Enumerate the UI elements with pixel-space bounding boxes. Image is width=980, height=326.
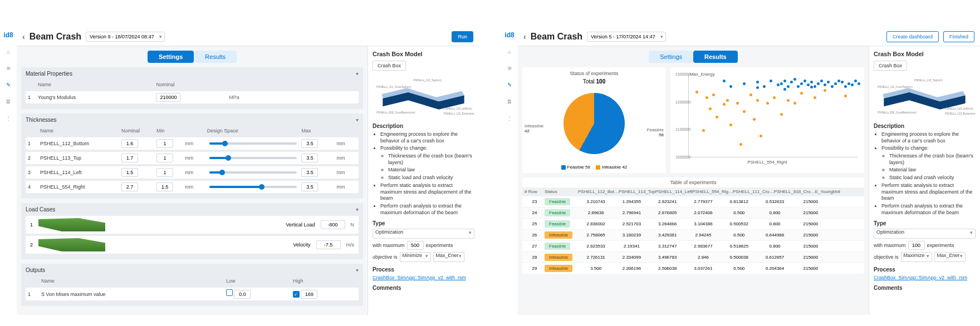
table-row[interactable]: 25 Feasible 2.8360022.5217033.2648663.10… xyxy=(522,218,864,229)
status-badge: Infeasible xyxy=(545,254,572,261)
table-row[interactable]: 26 Infeasible 2.7580653.1802393.4293812.… xyxy=(522,229,864,240)
scatter-point xyxy=(820,80,823,82)
scatter-point xyxy=(729,85,732,88)
cell-value: 2.846 xyxy=(685,255,721,260)
row-index: 24 xyxy=(525,210,545,215)
col-row[interactable]: # Row xyxy=(525,189,545,194)
cell-value: 0.532633 xyxy=(757,199,792,204)
feasible-label: Feasible xyxy=(647,127,664,132)
row-index: 3 xyxy=(28,170,38,175)
objective-target-select[interactable]: Max_Ener xyxy=(433,252,464,262)
table-row[interactable]: 27 Feasible 2.6235332.193413.3127472.983… xyxy=(522,240,864,251)
col-2[interactable]: PSHELL_114_Left xyxy=(655,189,692,194)
low-input[interactable] xyxy=(234,290,251,299)
col-3[interactable]: PSHELL_554_Rig… xyxy=(692,189,733,194)
scatter-point xyxy=(814,85,816,88)
slider[interactable] xyxy=(209,171,297,174)
nominal-input[interactable] xyxy=(121,182,138,191)
back-icon[interactable]: ‹ xyxy=(523,32,526,41)
chevron-down-icon[interactable]: ▾ xyxy=(356,267,359,273)
scatter-point xyxy=(800,92,803,95)
objective-target-select[interactable]: Max_Ener xyxy=(934,252,966,262)
table-row[interactable]: 28 Infeasible 2.7261312.3340993.4967832.… xyxy=(522,251,864,263)
slider[interactable] xyxy=(209,186,297,188)
tab-results[interactable]: Results xyxy=(693,51,738,63)
col-5[interactable]: PSHELL_818_Cro… xyxy=(774,189,815,194)
max-input[interactable] xyxy=(908,241,925,250)
load-input[interactable] xyxy=(321,220,345,229)
max-input[interactable] xyxy=(301,182,318,191)
unit: MPa xyxy=(229,95,265,100)
back-icon[interactable]: ‹ xyxy=(22,32,25,41)
doc-icon[interactable]: 🗎 xyxy=(4,97,13,106)
col-4[interactable]: PSHELL_111_Cro… xyxy=(733,189,774,194)
scatter-point xyxy=(753,118,756,121)
max-input[interactable] xyxy=(301,168,318,177)
min-input[interactable] xyxy=(156,182,173,191)
tab-results[interactable]: Results xyxy=(194,51,237,63)
process-link[interactable]: CrashBox_SimApp::SimApp_v2_with_rsm xyxy=(373,275,466,280)
tab-settings[interactable]: Settings xyxy=(649,51,693,63)
objective-select[interactable]: Maximize xyxy=(901,252,932,262)
table-row[interactable]: 24 Feasible 2.896362.7969412.8768052.072… xyxy=(522,207,864,218)
max-input[interactable] xyxy=(301,154,318,162)
col-status[interactable]: Status xyxy=(545,189,578,194)
model-tag[interactable]: Crash Box xyxy=(874,61,907,71)
tab-settings[interactable]: Settings xyxy=(148,51,194,63)
type-heading: Type xyxy=(874,220,976,226)
model-tag[interactable]: Crash Box xyxy=(373,61,406,71)
finished-button[interactable]: Finished xyxy=(943,31,974,42)
type-select[interactable]: Optimization xyxy=(874,229,976,239)
run-button[interactable]: Run xyxy=(452,31,473,42)
col-1[interactable]: PSHELL_113_Top xyxy=(619,189,655,194)
more-icon[interactable]: ⋮ xyxy=(4,113,13,122)
page-title: Beam Crash xyxy=(30,32,81,42)
unit: mm xyxy=(337,141,356,146)
process-link[interactable]: CrashBox_SimApp::SimApp_v2_with_rsm xyxy=(874,275,967,280)
status-badge: Feasible xyxy=(545,198,570,205)
min-input[interactable] xyxy=(156,154,173,162)
slider[interactable] xyxy=(209,157,297,159)
min-input[interactable] xyxy=(156,168,173,177)
col-nominal: Nominal xyxy=(121,128,154,134)
nominal-input[interactable] xyxy=(121,154,138,162)
col-0[interactable]: PSHELL_112_Bot… xyxy=(578,189,619,194)
scatter-point xyxy=(834,82,837,85)
nominal-input[interactable] xyxy=(156,93,180,102)
chevron-down-icon[interactable]: ▾ xyxy=(356,206,359,213)
table-row[interactable]: 23 Feasible 3.2107431.2943552.8232412.77… xyxy=(522,196,864,207)
min-input[interactable] xyxy=(156,139,173,148)
version-select[interactable]: Version 5 - 17/07/2024 14:47 xyxy=(587,32,666,42)
scatter-point xyxy=(712,93,715,96)
nominal-input[interactable] xyxy=(121,168,138,177)
slider[interactable] xyxy=(209,142,297,145)
max-label: with maximum xyxy=(373,243,405,248)
max-input[interactable] xyxy=(301,139,318,148)
more-icon[interactable]: ⋮ xyxy=(505,113,514,122)
high-input[interactable] xyxy=(301,290,317,299)
type-select[interactable]: Optimization xyxy=(373,229,474,239)
chevron-down-icon[interactable]: ▾ xyxy=(356,117,359,123)
pencil-icon[interactable]: ✎ xyxy=(4,80,13,89)
status-badge: Feasible xyxy=(545,220,570,228)
cell-value: 3.180239 xyxy=(614,233,649,238)
create-dashboard-button[interactable]: Create dashboard xyxy=(886,31,939,42)
max-input[interactable] xyxy=(407,241,424,250)
col-6[interactable]: E_YoungMdl xyxy=(815,189,840,194)
objective-select[interactable]: Minimize xyxy=(400,252,431,262)
table-row[interactable]: 29 Infeasible 3.5002.2061962.5060383.037… xyxy=(522,263,864,274)
chevron-down-icon[interactable]: ▾ xyxy=(356,71,359,77)
version-select[interactable]: Version 9 - 18/07/2024 08:47 xyxy=(86,32,165,42)
doc-icon[interactable]: 🗎 xyxy=(505,97,514,106)
legend-feasible: Feasible 58 xyxy=(567,165,590,170)
home-icon[interactable]: ⌂ xyxy=(505,47,514,56)
home-icon[interactable]: ⌂ xyxy=(4,47,13,56)
flow-icon[interactable]: ≋ xyxy=(505,63,514,72)
pencil-icon[interactable]: ✎ xyxy=(505,80,514,89)
high-checkbox[interactable]: ✓ xyxy=(293,291,300,298)
row-name: PSHELL_113_Top xyxy=(40,155,119,161)
low-checkbox[interactable] xyxy=(226,289,233,296)
load-input[interactable] xyxy=(316,240,341,249)
nominal-input[interactable] xyxy=(121,139,138,148)
flow-icon[interactable]: ≋ xyxy=(4,63,13,72)
